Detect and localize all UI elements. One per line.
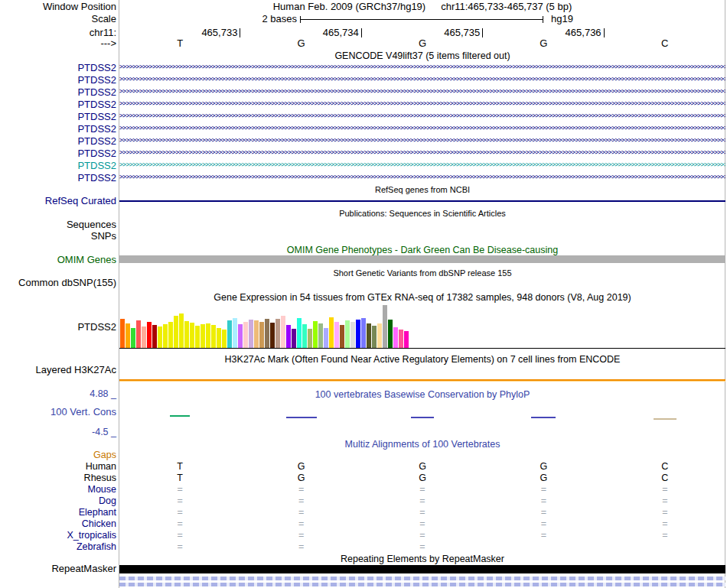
coordinate-tick bbox=[361, 28, 362, 37]
multiz-species-label[interactable]: Chicken bbox=[82, 518, 116, 530]
gtex-gene-label[interactable]: PTDSS2 bbox=[77, 322, 116, 333]
gtex-bar bbox=[377, 323, 382, 348]
coordinate-label: 465,736 bbox=[548, 28, 601, 38]
refseq-curated-label[interactable]: RefSeq Curated bbox=[45, 196, 116, 206]
multiz-base: = bbox=[536, 530, 551, 541]
gtex-bar bbox=[350, 322, 355, 348]
multiz-base: C bbox=[657, 473, 673, 484]
multiz-species-label[interactable]: Elephant bbox=[79, 507, 116, 518]
base-letter: C bbox=[657, 38, 673, 49]
gencode-track-label[interactable]: PTDSS2 bbox=[77, 62, 116, 74]
gtex-bar bbox=[297, 318, 302, 348]
gencode-track-label[interactable]: PTDSS2 bbox=[77, 172, 116, 184]
multiz-base: = bbox=[172, 507, 187, 518]
multiz-base: = bbox=[415, 495, 430, 507]
dbsnp-title: Short Genetic Variants from dbSNP releas… bbox=[119, 268, 725, 278]
contig-stripe-top bbox=[119, 577, 725, 580]
gtex-bar bbox=[142, 326, 146, 348]
gtex-bar bbox=[393, 327, 398, 348]
gtex-bar bbox=[195, 326, 200, 348]
gtex-bar bbox=[158, 326, 162, 348]
gencode-transcript-row[interactable]: >>>>>>>>>>>>>>>>>>>>>>>>>>>>>>>>>>>>>>>>… bbox=[119, 147, 725, 159]
gencode-transcript-row[interactable]: >>>>>>>>>>>>>>>>>>>>>>>>>>>>>>>>>>>>>>>>… bbox=[119, 122, 725, 135]
gencode-track-label[interactable]: PTDSS2 bbox=[77, 99, 116, 111]
snps-label[interactable]: SNPs bbox=[91, 231, 116, 242]
gencode-transcript-row[interactable]: >>>>>>>>>>>>>>>>>>>>>>>>>>>>>>>>>>>>>>>>… bbox=[119, 159, 725, 171]
scale-bar bbox=[300, 19, 543, 20]
multiz-species-label[interactable]: X_tropicalis bbox=[67, 530, 116, 541]
multiz-species-label[interactable]: Dog bbox=[99, 495, 116, 507]
multiz-base: = bbox=[415, 530, 430, 541]
gencode-transcript-row[interactable]: >>>>>>>>>>>>>>>>>>>>>>>>>>>>>>>>>>>>>>>>… bbox=[119, 61, 725, 73]
gtex-bar bbox=[179, 313, 184, 348]
gencode-transcript-row[interactable]: >>>>>>>>>>>>>>>>>>>>>>>>>>>>>>>>>>>>>>>>… bbox=[119, 86, 725, 98]
omim-genes-label[interactable]: OMIM Genes bbox=[57, 255, 116, 265]
gencode-transcript-row[interactable]: >>>>>>>>>>>>>>>>>>>>>>>>>>>>>>>>>>>>>>>>… bbox=[119, 98, 725, 110]
phylop-track-label[interactable]: 100 Vert. Cons bbox=[51, 407, 116, 417]
gencode-track-label[interactable]: PTDSS2 bbox=[77, 148, 116, 160]
gencode-transcript-row[interactable]: >>>>>>>>>>>>>>>>>>>>>>>>>>>>>>>>>>>>>>>>… bbox=[119, 135, 725, 147]
phylop-mark bbox=[654, 418, 676, 420]
gtex-bar bbox=[265, 319, 269, 348]
gtex-bar bbox=[270, 323, 275, 348]
gtex-bar bbox=[206, 323, 210, 348]
coordinate-tick bbox=[604, 28, 605, 37]
gtex-bar bbox=[292, 329, 296, 348]
gtex-bar bbox=[383, 305, 387, 348]
sequences-label[interactable]: Sequences bbox=[67, 219, 116, 230]
gtex-bar bbox=[372, 326, 377, 348]
coordinate-tick bbox=[482, 28, 483, 37]
gencode-track-label[interactable]: PTDSS2 bbox=[77, 160, 116, 172]
scale-bar-right-tick bbox=[543, 16, 543, 23]
contig-stripe-bottom bbox=[119, 583, 725, 586]
gencode-transcript-row[interactable]: >>>>>>>>>>>>>>>>>>>>>>>>>>>>>>>>>>>>>>>>… bbox=[119, 171, 725, 184]
gtex-bar-chart[interactable] bbox=[120, 305, 411, 348]
gtex-bar bbox=[211, 325, 216, 348]
gtex-bar bbox=[238, 324, 243, 348]
phylop-mark bbox=[531, 417, 556, 418]
h3k27ac-title: H3K27Ac Mark (Often Found Near Active Re… bbox=[119, 354, 725, 365]
multiz-species-label[interactable]: Gaps bbox=[93, 450, 116, 461]
multiz-species-label[interactable]: Human bbox=[86, 461, 116, 473]
gtex-bar bbox=[190, 323, 194, 348]
multiz-base: = bbox=[172, 541, 187, 553]
multiz-species-label[interactable]: Zebrafish bbox=[77, 541, 116, 553]
gencode-track-label[interactable]: PTDSS2 bbox=[77, 123, 116, 135]
multiz-base: G bbox=[536, 473, 551, 484]
multiz-base: G bbox=[536, 461, 551, 473]
multiz-base: = bbox=[415, 518, 430, 530]
h3k27ac-label[interactable]: Layered H3K27Ac bbox=[35, 365, 116, 375]
repeatmasker-label[interactable]: RepeatMasker bbox=[51, 564, 116, 574]
chromosome-label: chr11: bbox=[90, 28, 116, 38]
multiz-base: C bbox=[657, 461, 673, 473]
gtex-title: Gene Expression in 54 tissues from GTEx … bbox=[119, 292, 725, 303]
multiz-base: = bbox=[657, 518, 673, 530]
multiz-species-label[interactable]: Mouse bbox=[87, 484, 116, 495]
gtex-bar bbox=[249, 320, 253, 348]
gtex-bar bbox=[286, 325, 291, 348]
phylop-mark bbox=[411, 417, 434, 418]
multiz-base: = bbox=[415, 541, 430, 553]
gencode-transcript-row[interactable]: >>>>>>>>>>>>>>>>>>>>>>>>>>>>>>>>>>>>>>>>… bbox=[119, 73, 725, 86]
base-letter: G bbox=[536, 38, 551, 49]
common-dbsnp-label[interactable]: Common dbSNP(155) bbox=[18, 278, 116, 288]
refseq-curated-track[interactable] bbox=[119, 200, 725, 202]
multiz-base: G bbox=[294, 473, 309, 484]
multiz-base: = bbox=[172, 518, 187, 530]
omim-genes-track[interactable] bbox=[119, 255, 725, 263]
gtex-bar bbox=[120, 319, 125, 348]
refseq-title: RefSeq genes from NCBI bbox=[119, 185, 725, 195]
gtex-bar bbox=[334, 322, 339, 348]
repeatmasker-track[interactable] bbox=[119, 565, 725, 573]
gtex-bar bbox=[313, 321, 318, 348]
gtex-bar bbox=[308, 329, 312, 348]
coordinate-label: 465,733 bbox=[184, 28, 237, 38]
gencode-track-label[interactable]: PTDSS2 bbox=[77, 135, 116, 148]
gencode-track-label[interactable]: PTDSS2 bbox=[77, 111, 116, 123]
gencode-transcript-row[interactable]: >>>>>>>>>>>>>>>>>>>>>>>>>>>>>>>>>>>>>>>>… bbox=[119, 110, 725, 122]
gtex-bar bbox=[200, 324, 205, 348]
gencode-track-label[interactable]: PTDSS2 bbox=[77, 74, 116, 86]
multiz-species-label[interactable]: Rhesus bbox=[84, 473, 116, 484]
gencode-track-label[interactable]: PTDSS2 bbox=[77, 86, 116, 99]
gtex-bar bbox=[329, 317, 334, 348]
